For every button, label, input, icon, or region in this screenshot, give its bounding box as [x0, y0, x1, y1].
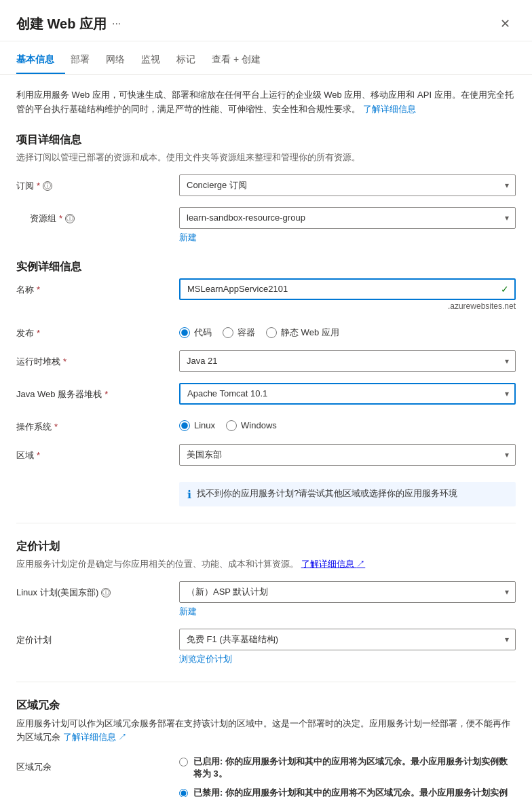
zone-disabled-radio[interactable] — [179, 789, 188, 797]
dialog-title: 创建 Web 应用 — [16, 15, 107, 33]
linux-plan-label: Linux 计划(美国东部) ⓘ — [16, 581, 179, 599]
region-row: 区域 * 美国东部 ▾ — [16, 444, 516, 466]
name-control: ✓ .azurewebsites.net — [179, 278, 516, 311]
subscription-info-icon[interactable]: ⓘ — [43, 181, 52, 191]
region-select[interactable]: 美国东部 — [179, 444, 516, 466]
publish-code-option[interactable]: 代码 — [179, 327, 212, 339]
dialog-subtitle: ··· — [112, 18, 121, 30]
tab-basic[interactable]: 基本信息 — [16, 47, 65, 74]
zone-disabled-option: 已禁用: 你的应用服务计划和其中的应用将不为区域冗余。最小应用服务计划实例数将为… — [179, 787, 516, 797]
project-section-title: 项目详细信息 — [16, 133, 516, 147]
zone-enabled-text: 已启用: 你的应用服务计划和其中的应用将为区域冗余。最小应用服务计划实例数将为 … — [193, 756, 516, 780]
resource-group-select-wrapper: learn-sandbox-resource-group ▾ — [179, 207, 516, 229]
pricing-section-title: 定价计划 — [16, 540, 516, 554]
pricing-plan-control: 免费 F1 (共享基础结构) ▾ 浏览定价计划 — [179, 629, 516, 665]
project-section-desc: 选择订阅以管理已部署的资源和成本。使用文件夹等资源组来整理和管理你的所有资源。 — [16, 151, 516, 164]
close-icon: ✕ — [500, 17, 510, 31]
region-info-icon: ℹ — [187, 488, 191, 501]
runtime-select-wrapper: Java 21 ▾ — [179, 350, 516, 372]
publish-label: 发布 * — [16, 322, 179, 339]
publish-code-radio[interactable] — [179, 327, 190, 338]
tab-review-create[interactable]: 查看 + 创建 — [212, 47, 271, 74]
resource-group-select[interactable]: learn-sandbox-resource-group — [179, 207, 516, 229]
tab-bar: 基本信息 部署 网络 监视 标记 查看 + 创建 — [0, 47, 532, 75]
java-web-select[interactable]: Apache Tomcat 10.1 — [179, 383, 516, 405]
zone-enabled-radio[interactable] — [179, 758, 188, 766]
zone-disabled-text: 已禁用: 你的应用服务计划和其中的应用将不为区域冗余。最小应用服务计划实例数将为… — [193, 787, 516, 797]
publish-container-radio[interactable] — [223, 327, 233, 338]
resource-group-row: 资源组 * ⓘ learn-sandbox-resource-group ▾ 新… — [16, 207, 516, 244]
tab-monitor[interactable]: 监视 — [141, 47, 171, 74]
linux-plan-select-wrapper: （新）ASP 默认计划 ▾ — [179, 581, 516, 603]
resource-group-label: 资源组 * ⓘ — [16, 207, 179, 225]
pricing-plan-select[interactable]: 免费 F1 (共享基础结构) — [179, 629, 516, 650]
runtime-select[interactable]: Java 21 — [179, 350, 516, 372]
name-suffix: .azurewebsites.net — [179, 301, 516, 311]
subscription-control: Concierge 订阅 ▾ — [179, 174, 516, 196]
os-control: Linux Windows — [179, 415, 516, 431]
java-web-row: Java Web 服务器堆栈 * Apache Tomcat 10.1 ▾ — [16, 383, 516, 405]
linux-plan-select[interactable]: （新）ASP 默认计划 — [179, 581, 516, 603]
runtime-row: 运行时堆栈 * Java 21 ▾ — [16, 350, 516, 372]
main-content: 利用应用服务 Web 应用，可快速生成、部署和缩放在任何平台上运行的企业级 We… — [0, 75, 532, 797]
name-row: 名称 * ✓ .azurewebsites.net — [16, 278, 516, 311]
os-row: 操作系统 * Linux Windows — [16, 415, 516, 433]
linux-plan-new-link[interactable]: 新建 — [179, 606, 197, 618]
publish-radio-group: 代码 容器 静态 Web 应用 — [179, 322, 516, 339]
pricing-plan-label: 定价计划 — [16, 629, 179, 646]
zone-section-desc: 应用服务计划可以作为区域冗余服务部署在支持该计划的区域中。这是一个部署时的决定。… — [16, 717, 516, 745]
os-linux-option[interactable]: Linux — [179, 420, 215, 431]
zone-enabled-option: 已启用: 你的应用服务计划和其中的应用将为区域冗余。最小应用服务计划实例数将为 … — [179, 756, 516, 780]
browse-pricing-link[interactable]: 浏览定价计划 — [179, 653, 232, 665]
linux-plan-info-icon[interactable]: ⓘ — [101, 588, 111, 597]
linux-plan-row: Linux 计划(美国东部) ⓘ （新）ASP 默认计划 ▾ 新建 — [16, 581, 516, 618]
tab-deploy[interactable]: 部署 — [71, 47, 100, 74]
linux-plan-control: （新）ASP 默认计划 ▾ 新建 — [179, 581, 516, 618]
java-web-control: Apache Tomcat 10.1 ▾ — [179, 383, 516, 405]
runtime-label: 运行时堆栈 * — [16, 350, 179, 368]
subscription-row: 订阅 * ⓘ Concierge 订阅 ▾ — [16, 174, 516, 196]
region-label: 区域 * — [16, 444, 179, 462]
subscription-select-wrapper: Concierge 订阅 ▾ — [179, 174, 516, 196]
zone-section-title: 区域冗余 — [16, 699, 516, 713]
zone-desc-link[interactable]: 了解详细信息 ↗ — [63, 732, 128, 742]
zone-redundancy-row: 区域冗余 已启用: 你的应用服务计划和其中的应用将为区域冗余。最小应用服务计划实… — [16, 756, 516, 797]
java-web-select-wrapper: Apache Tomcat 10.1 ▾ — [179, 383, 516, 405]
region-info-box: ℹ 找不到你的应用服务计划?请尝试其他区域或选择你的应用服务环境 — [179, 477, 516, 506]
create-web-app-dialog: 创建 Web 应用 ··· ✕ 基本信息 部署 网络 监视 标记 查看 + 创建… — [0, 0, 532, 797]
pricing-plan-select-wrapper: 免费 F1 (共享基础结构) ▾ — [179, 629, 516, 650]
runtime-control: Java 21 ▾ — [179, 350, 516, 372]
dialog-header: 创建 Web 应用 ··· ✕ — [0, 0, 532, 41]
external-link-icon: ↗ — [356, 559, 365, 569]
os-linux-radio[interactable] — [179, 420, 190, 431]
region-info-row: ℹ 找不到你的应用服务计划?请尝试其他区域或选择你的应用服务环境 — [16, 477, 516, 506]
pricing-section-desc: 应用服务计划定价是确定与你应用相关的位置、功能、成本和计算资源。 了解详细信息 … — [16, 558, 516, 570]
instance-section-title: 实例详细信息 — [16, 260, 516, 274]
page-description: 利用应用服务 Web 应用，可快速生成、部署和缩放在任何平台上运行的企业级 We… — [16, 88, 516, 117]
name-input-wrapper: ✓ — [179, 278, 516, 300]
region-info-message: ℹ 找不到你的应用服务计划?请尝试其他区域或选择你的应用服务环境 — [179, 482, 516, 506]
publish-container-option[interactable]: 容器 — [223, 327, 255, 339]
publish-row: 发布 * 代码 容器 静态 Web 应用 — [16, 322, 516, 339]
publish-static-radio[interactable] — [266, 327, 277, 338]
close-button[interactable]: ✕ — [495, 14, 516, 34]
os-windows-option[interactable]: Windows — [226, 420, 277, 431]
os-label: 操作系统 * — [16, 415, 179, 433]
description-link[interactable]: 了解详细信息 — [363, 104, 416, 114]
name-input[interactable] — [179, 278, 516, 300]
pricing-plan-row: 定价计划 免费 F1 (共享基础结构) ▾ 浏览定价计划 — [16, 629, 516, 665]
publish-static-option[interactable]: 静态 Web 应用 — [266, 327, 339, 339]
resource-group-control: learn-sandbox-resource-group ▾ 新建 — [179, 207, 516, 244]
pricing-desc-link[interactable]: 了解详细信息 ↗ — [301, 559, 366, 569]
tab-network[interactable]: 网络 — [106, 47, 136, 74]
os-windows-radio[interactable] — [226, 420, 237, 431]
region-control: 美国东部 ▾ — [179, 444, 516, 466]
subscription-select[interactable]: Concierge 订阅 — [179, 174, 516, 196]
tab-tag[interactable]: 标记 — [176, 47, 206, 74]
os-radio-group: Linux Windows — [179, 415, 516, 431]
zone-divider — [16, 682, 516, 682]
resource-group-info-icon[interactable]: ⓘ — [65, 214, 75, 223]
resource-group-new-link[interactable]: 新建 — [179, 231, 197, 244]
publish-control: 代码 容器 静态 Web 应用 — [179, 322, 516, 339]
zone-redundancy-control: 已启用: 你的应用服务计划和其中的应用将为区域冗余。最小应用服务计划实例数将为 … — [179, 756, 516, 797]
